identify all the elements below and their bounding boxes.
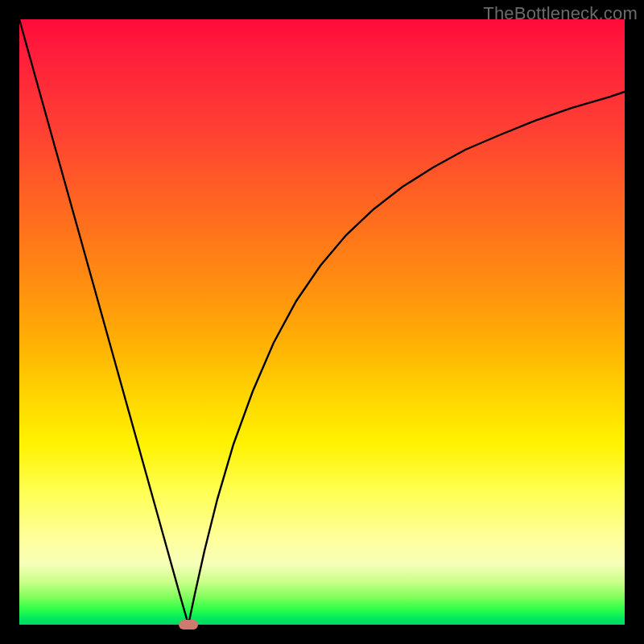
plot-frame xyxy=(19,19,625,625)
cusp-marker xyxy=(179,620,198,630)
curve-left-branch xyxy=(19,19,188,625)
curve-right-branch xyxy=(188,92,625,625)
curve-layer xyxy=(19,19,625,625)
watermark-text: TheBottleneck.com xyxy=(483,3,638,24)
